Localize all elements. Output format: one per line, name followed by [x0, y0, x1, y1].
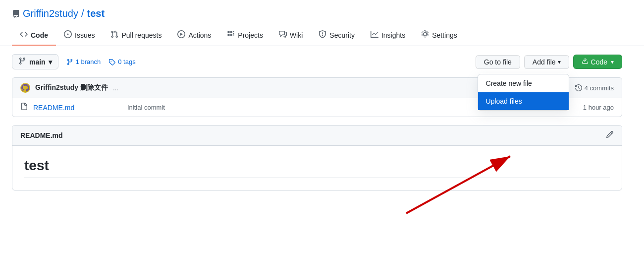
commit-avatar	[20, 83, 30, 93]
settings-icon	[421, 30, 429, 40]
readme-body: test	[12, 146, 622, 190]
branch-selector[interactable]: main ▾	[12, 54, 58, 69]
branches-link[interactable]: 1 branch	[66, 58, 101, 65]
insights-icon	[371, 30, 378, 40]
branch-dropdown-arrow: ▾	[49, 58, 52, 66]
upload-files-option[interactable]: Upload files	[478, 92, 569, 110]
upload-files-label: Upload files	[486, 97, 522, 105]
add-file-label: Add file	[533, 58, 556, 66]
branches-count-label: 1 branch	[76, 58, 101, 65]
add-file-button[interactable]: Add file ▾	[524, 55, 569, 69]
toolbar-left: main ▾ 1 branch 0 tags	[12, 54, 136, 69]
add-file-dropdown-wrapper: Add file ▾ Create new file Upload files	[524, 55, 569, 69]
readme-title: README.md	[20, 131, 63, 139]
readme-header: README.md	[12, 126, 622, 146]
create-new-file-label: Create new file	[486, 79, 532, 87]
tab-security[interactable]: Security	[311, 25, 363, 46]
tab-projects-label: Projects	[238, 31, 263, 39]
add-file-dropdown-menu: Create new file Upload files	[478, 74, 569, 111]
readme-edit-button[interactable]	[606, 130, 614, 140]
code-button[interactable]: Code ▾	[573, 55, 622, 69]
repo-separator: /	[81, 8, 84, 19]
commit-message: Griffin2study 删除文件	[35, 83, 108, 92]
tab-insights[interactable]: Insights	[363, 25, 413, 46]
tab-actions[interactable]: Actions	[169, 25, 219, 46]
tab-projects[interactable]: Projects	[219, 25, 271, 46]
wiki-icon	[279, 30, 287, 40]
branch-name: main	[29, 58, 46, 66]
create-new-file-option[interactable]: Create new file	[478, 74, 569, 92]
repo-name-link[interactable]: test	[87, 8, 105, 19]
go-to-file-label: Go to file	[484, 58, 512, 66]
pull-requests-icon	[110, 30, 118, 40]
commits-count: 4 commits	[575, 84, 614, 92]
actions-icon	[177, 30, 185, 40]
code-icon	[20, 30, 28, 40]
repo-owner-link[interactable]: Griffin2study	[23, 8, 78, 19]
tags-count-label: 0 tags	[118, 58, 135, 65]
tab-wiki-label: Wiki	[290, 31, 303, 39]
tab-settings-label: Settings	[432, 31, 457, 39]
tags-link[interactable]: 0 tags	[108, 58, 135, 65]
tab-actions-label: Actions	[188, 31, 211, 39]
projects-icon	[227, 30, 235, 40]
toolbar-right: Go to file Add file ▾ Create new file Up…	[476, 55, 622, 69]
go-to-file-button[interactable]: Go to file	[476, 55, 520, 69]
tab-insights-label: Insights	[381, 31, 405, 39]
file-icon	[20, 103, 28, 112]
commit-dots: ...	[113, 84, 118, 92]
tab-issues[interactable]: Issues	[56, 25, 103, 46]
readme-section: README.md test	[12, 125, 622, 190]
issues-icon	[64, 30, 72, 40]
file-time: 1 hour ago	[583, 104, 614, 111]
branch-icon	[18, 57, 26, 66]
add-file-chevron: ▾	[558, 59, 561, 65]
tab-code[interactable]: Code	[12, 25, 56, 46]
code-button-label: Code	[591, 58, 607, 66]
tab-code-label: Code	[31, 31, 48, 39]
security-icon	[319, 30, 326, 40]
code-chevron: ▾	[611, 59, 614, 65]
code-download-icon	[582, 58, 589, 66]
tab-pull-requests[interactable]: Pull requests	[103, 25, 169, 46]
readme-heading: test	[24, 158, 610, 178]
tab-pull-requests-label: Pull requests	[121, 31, 161, 39]
repo-icon	[12, 10, 20, 18]
tab-security-label: Security	[329, 31, 355, 39]
tab-wiki[interactable]: Wiki	[271, 25, 311, 46]
file-name-link[interactable]: README.md	[33, 104, 122, 112]
tab-issues-label: Issues	[75, 31, 95, 39]
repo-toolbar: main ▾ 1 branch 0 tags	[12, 54, 622, 69]
nav-tabs: Code Issues	[12, 25, 632, 46]
tab-settings[interactable]: Settings	[413, 25, 465, 46]
commits-count-label: 4 commits	[585, 84, 614, 92]
